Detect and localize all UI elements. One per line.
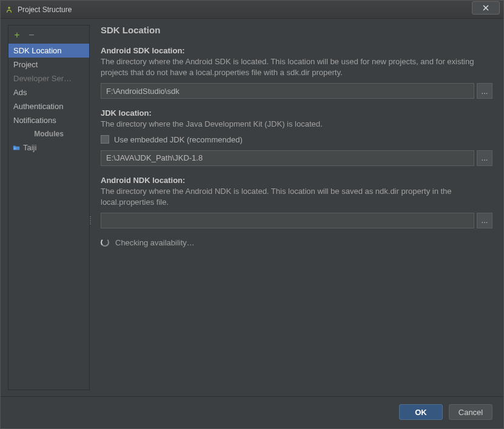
ndk-browse-button[interactable]: ... (477, 213, 492, 228)
sidebar-item-notifications[interactable]: Notifications (8, 113, 89, 127)
content-panel: SDK Location Android SDK location: The d… (90, 19, 503, 396)
android-sdk-browse-button[interactable]: ... (477, 83, 492, 99)
android-studio-icon (4, 5, 14, 15)
svg-point-0 (8, 7, 10, 9)
sidebar-module-label: Taiji (23, 143, 36, 152)
sidebar-item-sdk-location[interactable]: SDK Location (8, 44, 89, 58)
jdk-browse-button[interactable]: ... (477, 150, 492, 166)
remove-module-button[interactable]: − (27, 30, 36, 40)
add-module-button[interactable]: + (12, 30, 22, 40)
jdk-desc: The directory where the Java Development… (101, 119, 492, 130)
cancel-button[interactable]: Cancel (449, 404, 492, 420)
jdk-label: JDK location: (101, 108, 492, 118)
sidebar-item-ads[interactable]: Ads (8, 85, 89, 99)
sidebar-item-developer-services[interactable]: Developer Ser… (8, 72, 89, 85)
svg-rect-1 (14, 147, 16, 150)
ok-button[interactable]: OK (399, 404, 443, 420)
splitter-handle[interactable] (90, 216, 91, 225)
use-embedded-jdk-checkbox[interactable] (101, 135, 109, 144)
window-title: Project Structure (18, 5, 72, 14)
project-structure-dialog: Project Structure + − SDK Location Proje… (0, 0, 504, 429)
android-sdk-label: Android SDK location: (101, 46, 492, 55)
page-title: SDK Location (101, 25, 492, 35)
spinner-icon (101, 238, 109, 247)
sidebar: + − SDK Location Project Developer Ser… … (8, 25, 90, 390)
titlebar: Project Structure (1, 1, 503, 19)
dialog-footer: OK Cancel (1, 396, 503, 428)
ndk-desc: The directory where the Android NDK is l… (101, 186, 492, 208)
sidebar-module-taiji[interactable]: Taiji (8, 141, 89, 155)
ndk-label: Android NDK location: (101, 176, 492, 185)
ndk-path-input[interactable] (101, 213, 474, 228)
close-window-button[interactable] (472, 1, 500, 15)
use-embedded-jdk-label: Use embedded JDK (recommended) (114, 135, 243, 144)
folder-icon (12, 144, 21, 152)
sidebar-modules-header: Modules (8, 127, 89, 141)
sidebar-item-authentication[interactable]: Authentication (8, 99, 89, 113)
sidebar-item-project[interactable]: Project (8, 58, 89, 72)
android-sdk-path-input[interactable] (101, 83, 474, 99)
android-sdk-desc: The directory where the Android SDK is l… (101, 56, 492, 78)
status-text: Checking availability… (115, 238, 195, 247)
jdk-path-input[interactable] (101, 150, 474, 166)
